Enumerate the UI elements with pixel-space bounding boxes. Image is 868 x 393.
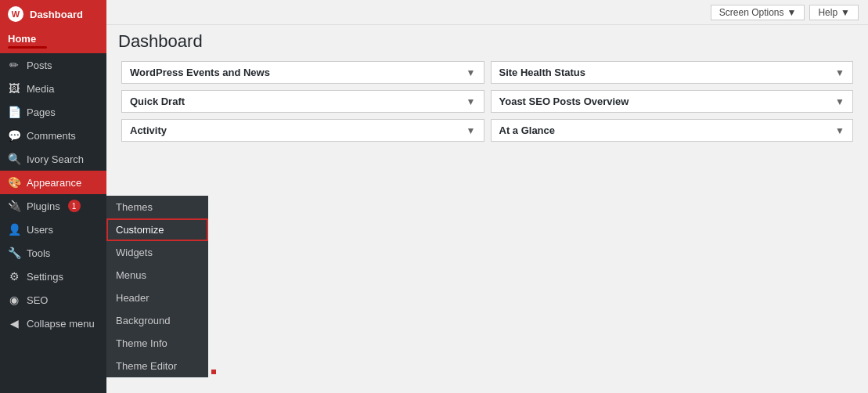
sidebar-item-label: Media [27,83,54,95]
sidebar-header[interactable]: W Dashboard [0,0,106,28]
widget-wp-events-title: WordPress Events and News [130,67,270,78]
widget-site-health-header[interactable]: Site Health Status ▼ [492,62,853,83]
widget-activity: Activity ▼ [121,119,484,142]
sidebar-item-label: Collapse menu [27,318,95,330]
plugins-icon: 🔌 [8,200,20,212]
widget-quick-draft-header[interactable]: Quick Draft ▼ [122,91,484,112]
pages-icon: 📄 [8,106,20,118]
ivory-search-icon: 🔍 [8,153,20,165]
sidebar-item-collapse[interactable]: ◀ Collapse menu [0,312,106,335]
screen-options-chevron-icon: ▼ [787,7,797,18]
widget-yoast-seo-header[interactable]: Yoast SEO Posts Overview ▼ [492,91,853,112]
submenu-item-customize[interactable]: Customize [106,218,208,241]
sidebar-app-name: Dashboard [30,9,83,20]
sidebar-item-label: SEO [27,294,48,306]
red-dot-indicator [211,370,216,374]
submenu-item-theme-editor[interactable]: Theme Editor [106,355,208,377]
sidebar-item-pages[interactable]: 📄 Pages [0,100,106,124]
seo-icon: ◉ [8,294,20,306]
submenu-item-background[interactable]: Background [106,309,208,332]
screen-options-button[interactable]: Screen Options ▼ [711,5,805,20]
collapse-icon: ◀ [8,317,20,330]
widget-yoast-seo-toggle-icon: ▼ [835,96,845,107]
sidebar-item-posts[interactable]: ✏ Posts [0,53,106,77]
widget-quick-draft: Quick Draft ▼ [121,90,484,113]
sidebar-item-label: Tools [27,247,50,259]
sidebar-item-users[interactable]: 👤 Users [0,218,106,241]
appearance-icon: 🎨 [8,176,20,189]
widget-activity-header[interactable]: Activity ▼ [122,120,484,141]
sidebar-nav: ✏ Posts 🖼 Media 📄 Pages 💬 Comments 🔍 Ivo… [0,53,106,393]
widget-grid: WordPress Events and News ▼ Site Health … [106,58,868,393]
sidebar-home-label: Home [8,33,99,45]
sidebar-item-appearance[interactable]: 🎨 Appearance [0,171,106,194]
users-icon: 👤 [8,223,20,236]
topbar: Screen Options ▼ Help ▼ [106,0,868,25]
help-button[interactable]: Help ▼ [809,5,859,20]
widget-at-a-glance-header[interactable]: At a Glance ▼ [492,120,853,141]
widget-wp-events-header[interactable]: WordPress Events and News ▼ [122,62,484,83]
sidebar-item-plugins[interactable]: 🔌 Plugins 1 [0,194,106,218]
widget-wp-events-toggle-icon: ▼ [466,67,476,78]
widget-wp-events: WordPress Events and News ▼ [121,61,484,84]
submenu-item-header[interactable]: Header [106,287,208,309]
sidebar-item-label: Appearance [27,177,81,189]
widget-site-health-toggle-icon: ▼ [835,67,845,78]
plugins-badge: 1 [68,200,81,212]
page-title-bar: Dashboard [106,25,868,58]
sidebar-item-label: Posts [27,59,52,71]
wp-logo-icon: W [8,6,23,22]
media-icon: 🖼 [8,82,20,95]
sidebar-item-settings[interactable]: ⚙ Settings [0,265,106,288]
tools-icon: 🔧 [8,247,20,259]
comments-icon: 💬 [8,129,20,142]
page-title: Dashboard [118,31,856,52]
sidebar-item-comments[interactable]: 💬 Comments [0,124,106,147]
widget-at-a-glance: At a Glance ▼ [491,119,854,142]
sidebar-item-media[interactable]: 🖼 Media [0,77,106,100]
submenu-item-menus[interactable]: Menus [106,264,208,287]
sidebar-item-label: Settings [27,271,63,283]
sidebar-item-label: Plugins [27,200,60,212]
widget-yoast-seo-title: Yoast SEO Posts Overview [499,96,629,107]
widget-activity-toggle-icon: ▼ [466,125,476,136]
widget-activity-title: Activity [130,124,167,136]
sidebar-home[interactable]: Home [0,28,106,53]
home-underline [8,46,47,49]
submenu-item-widgets[interactable]: Widgets [106,241,208,264]
sidebar-item-label: Comments [27,130,76,142]
posts-icon: ✏ [8,59,20,71]
sidebar-item-seo[interactable]: ◉ SEO [0,288,106,312]
widget-at-a-glance-title: At a Glance [499,124,556,136]
widget-site-health-title: Site Health Status [499,67,586,78]
widget-yoast-seo: Yoast SEO Posts Overview ▼ [491,90,854,113]
settings-icon: ⚙ [8,270,20,283]
sidebar-item-tools[interactable]: 🔧 Tools [0,241,106,265]
widget-quick-draft-toggle-icon: ▼ [466,96,476,107]
sidebar-item-label: Ivory Search [27,153,84,165]
submenu-item-themes[interactable]: Themes [106,196,208,218]
submenu-item-theme-info[interactable]: Theme Info [106,332,208,355]
widget-at-a-glance-toggle-icon: ▼ [835,125,845,136]
main-content: Screen Options ▼ Help ▼ Dashboard WordPr… [106,0,868,393]
sidebar-item-label: Users [27,224,53,236]
help-chevron-icon: ▼ [841,7,850,18]
widget-quick-draft-title: Quick Draft [130,96,185,107]
sidebar: W Dashboard Home ✏ Posts 🖼 Media 📄 Pages… [0,0,106,393]
widget-site-health: Site Health Status ▼ [491,61,854,84]
sidebar-item-ivory-search[interactable]: 🔍 Ivory Search [0,147,106,171]
appearance-submenu: Themes Customize Widgets Menus Header Ba… [106,196,208,377]
sidebar-item-label: Pages [27,106,56,118]
